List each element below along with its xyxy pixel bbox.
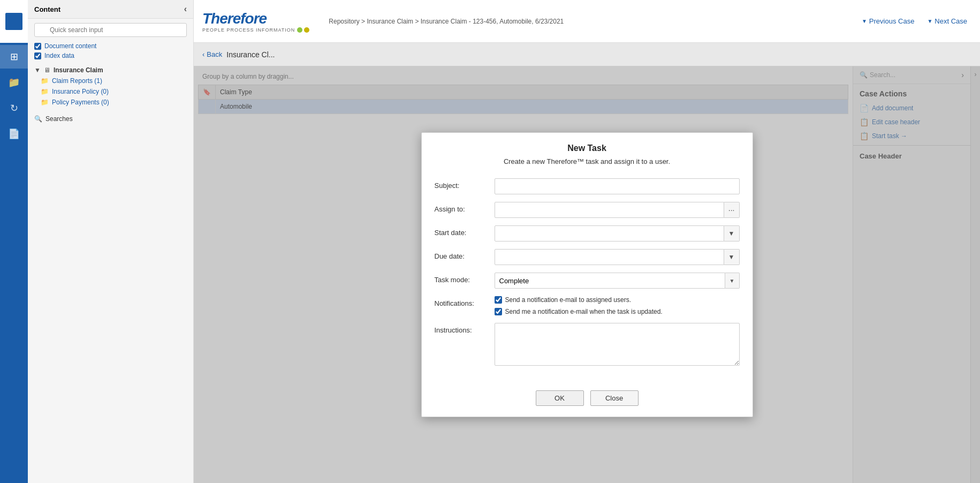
back-label: Back	[207, 50, 222, 58]
next-case-label: Next Case	[935, 17, 967, 25]
document-content-checkbox-row: Document content	[28, 41, 193, 51]
index-data-label[interactable]: Index data	[44, 52, 74, 59]
tree-root-label: Insurance Claim	[54, 66, 103, 74]
tree-folder-icon-claim: 📁	[41, 77, 49, 85]
notifications-col: Send a notification e-mail to assigned u…	[495, 296, 740, 315]
breadcrumb-text: Repository > Insurance Claim > Insurance…	[329, 18, 564, 25]
therefore-logo: Therefore PEOPLE PROCESS INFORMATION	[202, 10, 309, 33]
index-data-checkbox[interactable]	[34, 52, 41, 59]
tree-root-item[interactable]: ▼ 🖥 Insurance Claim	[28, 65, 193, 76]
notifications-label: Notifications:	[435, 296, 488, 307]
searches-label: Searches	[45, 115, 73, 123]
task-mode-label: Task mode:	[435, 273, 488, 284]
notif1-row: Send a notification e-mail to assigned u…	[495, 296, 740, 304]
tree-insurance-policy-label: Insurance Policy (0)	[52, 88, 109, 95]
tree-policy-payments[interactable]: 📁 Policy Payments (0)	[41, 97, 193, 108]
assign-to-input[interactable]	[495, 202, 724, 218]
logo-area	[0, 0, 28, 43]
task-mode-wrap: Complete Approve/Reject Fill Form ▼	[495, 273, 740, 289]
previous-case-label: Previous Case	[869, 17, 915, 25]
sub-header: ‹ Back Insurance Cl...	[194, 43, 980, 66]
due-date-wrap: ▼	[495, 249, 740, 265]
tree-claim-reports-label: Claim Reports (1)	[52, 77, 102, 85]
due-date-row: Due date: ▼	[435, 249, 740, 265]
top-header: Therefore PEOPLE PROCESS INFORMATION Rep…	[194, 0, 980, 43]
searches-row[interactable]: 🔍 Searches	[28, 112, 193, 126]
document-content-checkbox[interactable]	[34, 43, 41, 50]
start-date-input[interactable]	[495, 225, 724, 242]
quick-search-input[interactable]	[34, 23, 187, 37]
content-panel-header: Content ‹	[28, 0, 193, 19]
modal-body: Subject: Assign to: ···	[422, 174, 753, 382]
tree-folder-icon-payments: 📁	[41, 99, 49, 106]
start-date-label: Start date:	[435, 225, 488, 237]
instructions-textarea[interactable]	[495, 323, 740, 366]
start-date-wrap: ▼	[495, 225, 740, 242]
start-date-row: Start date: ▼	[435, 225, 740, 242]
modal-dialog: New Task Create a new Therefore™ task an…	[421, 132, 753, 417]
tree-insurance-policy[interactable]: 📁 Insurance Policy (0)	[41, 86, 193, 97]
task-mode-dropdown-button[interactable]: ▼	[725, 273, 740, 289]
logo-dot-green	[297, 27, 302, 33]
due-date-picker-button[interactable]: ▼	[724, 249, 740, 265]
tree-policy-payments-label: Policy Payments (0)	[52, 99, 109, 106]
main-area: Therefore PEOPLE PROCESS INFORMATION Rep…	[194, 0, 980, 483]
content-area: Group by a column by draggin... 🔖 Claim …	[194, 66, 980, 483]
icon-sidebar: ⊞ 📁 ↻ 📄	[0, 0, 28, 483]
document-content-label[interactable]: Document content	[44, 42, 96, 50]
notif1-label: Send a notification e-mail to assigned u…	[505, 296, 631, 304]
previous-case-button[interactable]: ▼ Previous Case	[857, 15, 918, 27]
modal-overlay: New Task Create a new Therefore™ task an…	[194, 66, 980, 483]
modal-title: New Task	[422, 133, 753, 157]
due-date-input[interactable]	[495, 249, 724, 265]
start-date-picker-button[interactable]: ▼	[724, 225, 740, 242]
due-date-label: Due date:	[435, 249, 488, 260]
notif2-label: Send me a notification e-mail when the t…	[505, 308, 663, 315]
back-button[interactable]: ‹ Back	[202, 50, 222, 58]
assign-to-wrap: ···	[495, 202, 740, 218]
notif2-checkbox[interactable]	[495, 308, 502, 315]
tree-folder-icon: 🖥	[44, 66, 50, 74]
nav-icon-files[interactable]: 📁	[0, 71, 28, 94]
ok-button[interactable]: OK	[536, 390, 584, 406]
modal-footer: OK Close	[422, 382, 753, 417]
next-case-button[interactable]: ▼ Next Case	[923, 15, 971, 27]
assign-to-browse-button[interactable]: ···	[724, 202, 740, 218]
back-arrow-icon: ‹	[202, 50, 204, 58]
assign-to-row: Assign to: ···	[435, 202, 740, 218]
logo-sub-text: PEOPLE PROCESS INFORMATION	[202, 27, 295, 33]
collapse-panel-button[interactable]: ‹	[184, 4, 187, 14]
nav-icon-refresh[interactable]: ↻	[0, 96, 28, 120]
notif1-checkbox[interactable]	[495, 296, 502, 304]
logo-sub: PEOPLE PROCESS INFORMATION	[202, 27, 309, 33]
index-data-checkbox-row: Index data	[28, 51, 193, 61]
tree-section: ▼ 🖥 Insurance Claim 📁 Claim Reports (1) …	[28, 61, 193, 112]
modal-subtitle: Create a new Therefore™ task and assign …	[422, 157, 753, 174]
header-nav: ▼ Previous Case ▼ Next Case	[857, 15, 971, 27]
nav-icon-grid[interactable]: ⊞	[0, 45, 28, 69]
search-box-wrap: 🔍	[28, 19, 193, 41]
nav-icon-doc[interactable]: 📄	[0, 122, 28, 146]
next-arrow-icon: ▼	[927, 18, 932, 24]
notifications-row: Notifications: Send a notification e-mai…	[435, 296, 740, 315]
task-mode-select[interactable]: Complete Approve/Reject Fill Form	[495, 273, 725, 289]
assign-to-label: Assign to:	[435, 202, 488, 213]
instructions-row: Instructions:	[435, 323, 740, 366]
notif2-row: Send me a notification e-mail when the t…	[495, 308, 740, 315]
subject-label: Subject:	[435, 178, 488, 190]
prev-arrow-icon: ▼	[862, 18, 867, 24]
logo-text: Therefore	[202, 10, 267, 27]
subject-row: Subject:	[435, 178, 740, 194]
breadcrumb: Repository > Insurance Claim > Insurance…	[329, 18, 849, 25]
close-button[interactable]: Close	[590, 390, 639, 406]
insurance-title: Insurance Cl...	[226, 50, 275, 59]
tree-claim-reports[interactable]: 📁 Claim Reports (1)	[41, 76, 193, 86]
tree-folder-icon-policy: 📁	[41, 88, 49, 95]
searches-icon: 🔍	[34, 115, 42, 123]
tree-sub: 📁 Claim Reports (1) 📁 Insurance Policy (…	[28, 76, 193, 108]
instructions-label: Instructions:	[435, 323, 488, 334]
task-mode-row: Task mode: Complete Approve/Reject Fill …	[435, 273, 740, 289]
content-panel-title: Content	[34, 5, 60, 13]
subject-input[interactable]	[495, 178, 740, 194]
content-panel: Content ‹ 🔍 Document content Index data …	[28, 0, 194, 483]
